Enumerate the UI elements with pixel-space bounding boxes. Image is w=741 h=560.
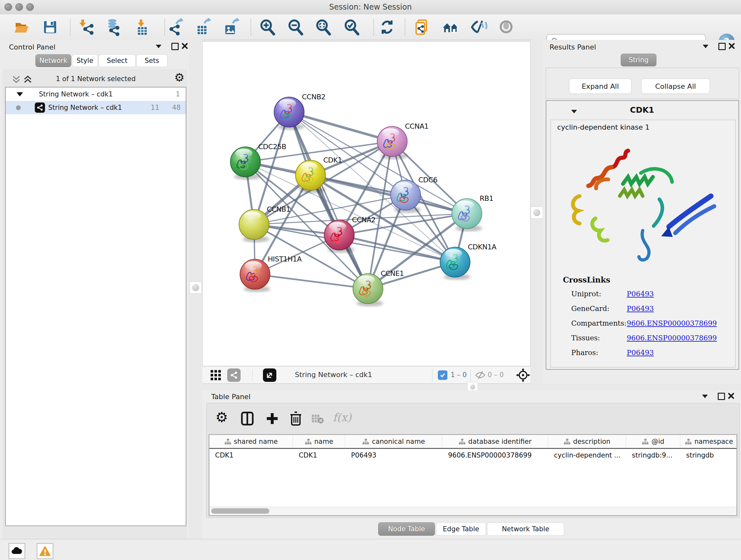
crosslink-label: Pharos: <box>571 349 598 357</box>
close-panel-icon[interactable] <box>728 392 735 399</box>
column-header-description[interactable]: description <box>548 435 626 448</box>
import-table-icon[interactable] <box>133 17 152 37</box>
show-columns-icon[interactable] <box>240 411 255 426</box>
clone-network-icon[interactable] <box>412 17 431 37</box>
export-network-icon[interactable] <box>166 17 185 37</box>
tab-edge-table[interactable]: Edge Table <box>436 522 486 536</box>
detach-view-icon[interactable] <box>263 368 276 382</box>
zoom-selected-icon[interactable] <box>342 17 361 37</box>
close-panel-icon[interactable] <box>181 43 188 50</box>
right-splitter[interactable] <box>530 40 542 384</box>
network-graph[interactable]: CCNB2CCNA1CDC25BCDK1CDC6RB1CCNB1CCNA2CDK… <box>203 42 530 366</box>
tab-network[interactable]: Network <box>36 54 71 67</box>
network-options-gear-icon[interactable]: ⚙ <box>174 72 185 83</box>
selected-nodes-checkbox-icon[interactable] <box>438 370 448 380</box>
close-panel-icon[interactable] <box>728 43 735 50</box>
hidden-count: 0 – 0 <box>488 371 504 379</box>
add-column-icon[interactable] <box>265 411 280 426</box>
hide-graphics-icon[interactable] <box>469 17 488 37</box>
network-view-title: String Network – cdk1 <box>295 371 372 379</box>
float-panel-icon[interactable] <box>702 395 708 398</box>
toolbar-separator <box>164 19 165 36</box>
column-header-shared-name[interactable]: shared name <box>209 435 293 448</box>
import-network-icon[interactable] <box>77 17 96 37</box>
table-row[interactable]: CDK1CDK1P064939606.ENSP00000378699cyclin… <box>209 449 737 462</box>
collection-count: 1 <box>176 90 180 98</box>
expand-all-icon[interactable] <box>23 74 34 84</box>
crosslink-link[interactable]: 9606.ENSP00000378699 <box>627 319 717 327</box>
tab-style[interactable]: Style <box>72 54 98 67</box>
zoom-fit-icon[interactable] <box>314 17 333 37</box>
crosslink-link[interactable]: P06493 <box>627 349 654 357</box>
tab-sets[interactable]: Sets <box>136 54 167 67</box>
maximize-panel-icon[interactable] <box>718 43 726 50</box>
import-database-icon[interactable] <box>104 17 123 37</box>
collection-expander-icon[interactable] <box>17 92 23 97</box>
column-label: canonical name <box>372 438 425 445</box>
zoom-in-icon[interactable] <box>258 17 277 37</box>
column-header-canonical-name[interactable]: canonical name <box>345 435 442 448</box>
horizontal-scrollbar[interactable] <box>209 507 737 515</box>
selected-count: 1 – 0 <box>451 371 467 379</box>
column-label: namespace <box>694 438 733 445</box>
collapse-all-button[interactable]: Collapse All <box>641 78 710 94</box>
delete-column-icon[interactable] <box>288 410 304 427</box>
cdk1-expander-icon[interactable] <box>571 110 577 113</box>
homes-icon[interactable] <box>441 17 460 37</box>
column-header-name[interactable]: name <box>293 435 345 448</box>
left-splitter-handle[interactable] <box>190 282 202 294</box>
table-gear-icon[interactable]: ⚙ <box>215 410 228 424</box>
network-edge-count: 48 <box>172 104 181 111</box>
float-panel-icon[interactable] <box>156 45 161 48</box>
maximize-panel-icon[interactable] <box>172 43 179 50</box>
column-header-namespace[interactable]: namespace <box>680 435 738 448</box>
node-table[interactable]: shared namenamecanonical namedatabase id… <box>209 434 737 516</box>
left-splitter[interactable] <box>189 40 202 539</box>
maximize-panel-icon[interactable] <box>718 393 725 400</box>
edge-ccnb2-ccna1[interactable] <box>289 112 392 141</box>
cloud-button[interactable] <box>9 543 25 559</box>
network-canvas[interactable]: CCNB2CCNA1CDC25BCDK1CDC6RB1CCNB1CCNA2CDK… <box>202 42 530 366</box>
network-view-toolbar: String Network – cdk1 1 – 0 0 – 0 <box>202 366 530 384</box>
toolbar-separator <box>405 19 405 36</box>
function-builder-icon: f(x) <box>333 411 351 424</box>
float-panel-icon[interactable] <box>703 45 709 48</box>
tab-select[interactable]: Select <box>98 54 136 67</box>
warning-button[interactable] <box>37 543 53 559</box>
clear-table-icon <box>311 414 325 425</box>
zoom-out-icon[interactable] <box>286 17 305 37</box>
export-table-icon[interactable] <box>194 17 213 37</box>
birds-eye-target-icon[interactable] <box>516 368 530 382</box>
expand-all-button[interactable]: Expand All <box>569 78 631 94</box>
table-cell: 9606.ENSP00000378699 <box>442 449 548 462</box>
network-row[interactable]: String Network – cdk1 11 48 <box>6 101 186 114</box>
column-header-database-identifier[interactable]: database identifier <box>442 435 548 448</box>
column-label: database identifier <box>468 438 531 445</box>
crosslink-link[interactable]: 9606.ENSP00000378699 <box>627 334 717 342</box>
open-session-icon[interactable] <box>12 17 31 37</box>
column-header--id[interactable]: @id <box>626 435 680 448</box>
title-bar: Session: New Session <box>0 0 741 15</box>
refresh-icon[interactable] <box>378 17 397 37</box>
result-gene-name: CDK1 <box>594 105 690 115</box>
edge-hist1h1a-ccne1[interactable] <box>255 274 368 289</box>
crosslink-link[interactable]: P06493 <box>627 305 654 313</box>
crosslink-link[interactable]: P06493 <box>627 290 654 298</box>
edge-cdk1-rb1[interactable] <box>311 175 467 213</box>
horizontal-splitter[interactable] <box>202 384 741 390</box>
export-image-icon[interactable] <box>221 17 241 37</box>
tab-string[interactable]: String <box>621 54 657 66</box>
grid-view-icon[interactable] <box>209 369 222 381</box>
network-collection-row[interactable]: String Network – cdk1 1 <box>6 87 186 101</box>
scrollbar-thumb[interactable] <box>211 508 269 514</box>
render-detail-icon[interactable] <box>496 17 516 37</box>
protein-structure-image <box>560 145 730 270</box>
cloud-icon <box>11 547 23 555</box>
right-splitter-handle[interactable] <box>531 206 543 219</box>
current-network-dot-icon <box>16 105 21 110</box>
network-view-share-icon[interactable] <box>227 368 241 382</box>
tab-network-table[interactable]: Network Table <box>487 522 564 536</box>
collapse-all-icon[interactable] <box>11 74 22 84</box>
tab-node-table[interactable]: Node Table <box>378 522 435 536</box>
save-session-icon[interactable] <box>41 17 60 37</box>
